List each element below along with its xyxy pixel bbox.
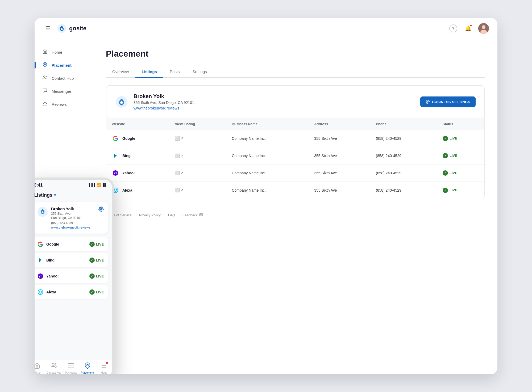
sidebar-item-reviews[interactable]: Reviews xyxy=(35,98,93,111)
mobile-alexa-status: ✓ LIVE xyxy=(89,289,104,295)
mobile-nav-placement-label: Placement xyxy=(81,371,94,374)
mobile-nav-menu-label: Menu xyxy=(101,371,107,374)
sidebar-item-messenger[interactable]: Messenger xyxy=(35,85,93,98)
mobile-home-icon xyxy=(35,363,40,370)
mobile-listing-bing-left: Bing xyxy=(37,257,55,263)
mobile-listing-alexa[interactable]: Alexa ✓ LIVE xyxy=(35,285,108,299)
svg-point-5 xyxy=(44,64,46,65)
mobile-alexa-logo xyxy=(37,289,44,295)
help-icon: ? xyxy=(449,24,457,32)
mobile-nav-placement[interactable]: Placement xyxy=(81,363,94,374)
bing-logo xyxy=(112,152,119,159)
listings-dropdown-icon[interactable]: ▾ xyxy=(54,193,56,197)
col-phone: Phone xyxy=(371,118,437,130)
yahoo-status: ✓ LIVE xyxy=(443,170,457,176)
google-business-name: Company Name Inc. xyxy=(226,130,309,147)
tab-listings[interactable]: Listings xyxy=(135,66,164,78)
yahoo-view-link[interactable]: ⬜↗ xyxy=(175,171,184,175)
mobile-alexa-name: Alexa xyxy=(46,290,56,294)
hamburger-menu-button[interactable]: ☰ xyxy=(43,24,53,33)
google-website-cell: Google xyxy=(112,135,164,142)
google-view-link[interactable]: ⬜↗ xyxy=(175,136,184,141)
mobile-google-name: Google xyxy=(46,242,59,246)
mobile-bing-logo xyxy=(37,257,44,263)
tab-posts[interactable]: Posts xyxy=(163,66,186,78)
svg-point-24 xyxy=(52,363,54,365)
mobile-nav-home[interactable]: Home xyxy=(35,363,44,374)
mobile-google-logo xyxy=(37,241,44,247)
mobile-nav-menu[interactable]: Menu xyxy=(97,363,111,374)
tab-overview[interactable]: Overview xyxy=(106,66,135,78)
mobile-yahoo-name: Yahoo! xyxy=(46,274,59,278)
sidebar-item-home[interactable]: Home xyxy=(35,46,93,59)
col-business-name: Business Name xyxy=(226,118,309,130)
table-row: Google ⬜↗ Company Name Inc. 355 Sixth Av… xyxy=(106,130,484,147)
alexa-live-dot: ✓ xyxy=(443,188,448,193)
mobile-content: Listings ▾ Broken Yolk 355 Sixth Ave, xyxy=(35,189,112,360)
privacy-link[interactable]: Privacy Policy xyxy=(139,213,161,217)
mobile-overlay: 9:41 ▐▐▐ 📶 ▐▌ Listings ▾ xyxy=(35,178,114,374)
notifications-button[interactable]: 🔔 xyxy=(463,24,473,33)
sidebar-item-placement[interactable]: Placement xyxy=(35,59,93,72)
business-website[interactable]: www.thebrokenyolk.reviews xyxy=(134,106,179,110)
col-address: Address xyxy=(309,118,371,130)
bing-business-name: Company Name Inc. xyxy=(226,147,309,164)
svg-point-3 xyxy=(482,25,485,29)
mobile-yahoo-status: ✓ LIVE xyxy=(89,273,104,279)
svg-point-27 xyxy=(87,364,88,366)
mobile-biz-website[interactable]: www.thebrokenyolk.reviews xyxy=(51,226,95,229)
mobile-nav-payments-label: Payments xyxy=(65,371,77,374)
sidebar-item-contact-hub-label: Contact Hub xyxy=(52,76,74,81)
google-label: Google xyxy=(122,136,135,141)
avatar[interactable] xyxy=(478,23,489,34)
tab-settings[interactable]: Settings xyxy=(186,66,213,78)
mobile-gear-button[interactable] xyxy=(98,206,104,213)
settings-btn-label: BUSINESS SETTINGS xyxy=(432,100,470,104)
alexa-address: 355 Sixth Ave xyxy=(309,182,371,199)
reviews-icon xyxy=(42,101,48,107)
feedback-link[interactable]: Feedback xyxy=(182,213,203,217)
help-button[interactable]: ? xyxy=(448,24,458,33)
placement-icon xyxy=(42,62,48,68)
svg-point-23 xyxy=(39,291,41,293)
home-icon xyxy=(42,49,48,55)
mobile-nav-contact-hub[interactable]: Contact Hub xyxy=(47,363,61,374)
mobile-listing-google[interactable]: Google ✓ LIVE xyxy=(35,237,108,251)
mobile-nav-payments[interactable]: Payments xyxy=(64,363,78,374)
mobile-listing-bing[interactable]: Bing ✓ LIVE xyxy=(35,253,108,267)
svg-rect-25 xyxy=(68,364,74,368)
business-settings-button[interactable]: BUSINESS SETTINGS xyxy=(420,96,476,107)
mobile-biz-icon xyxy=(37,206,48,217)
table-row: Alexa ⬜↗ Company Name Inc. 355 Sixth Ave… xyxy=(106,182,484,199)
alexa-website-cell: Alexa xyxy=(112,187,164,194)
alexa-view-link[interactable]: ⬜↗ xyxy=(175,188,184,192)
alexa-label: Alexa xyxy=(122,188,132,192)
page-title: Placement xyxy=(106,49,485,59)
bing-label: Bing xyxy=(122,154,131,158)
svg-rect-10 xyxy=(121,105,122,106)
google-address: 355 Sixth Ave xyxy=(309,130,371,147)
mobile-bing-live-check: ✓ xyxy=(89,258,95,263)
svg-point-18 xyxy=(42,211,44,213)
svg-point-11 xyxy=(427,101,428,102)
svg-point-15 xyxy=(114,189,117,191)
table-row: Bing ⬜↗ Company Name Inc. 355 Sixth Ave … xyxy=(106,147,484,164)
bing-view-link[interactable]: ⬜↗ xyxy=(175,153,184,158)
header-left: ☰ gosite xyxy=(43,24,86,33)
mobile-section-header: Listings ▾ xyxy=(35,192,108,198)
signal-icon: ▐▐▐ xyxy=(88,183,95,187)
col-view-listing: View Listing xyxy=(170,118,227,130)
app-shell: ☰ gosite ? 🔔 xyxy=(35,18,497,374)
battery-icon: ▐▌ xyxy=(102,183,107,187)
mobile-bottom-nav: Home Contact Hub Payments Placement xyxy=(35,360,112,374)
sidebar-item-contact-hub[interactable]: Contact Hub xyxy=(35,72,93,85)
mobile-time: 9:41 xyxy=(35,183,43,188)
yahoo-phone: (858) 240-4529 xyxy=(371,164,437,182)
alexa-business-name: Company Name Inc. xyxy=(226,182,309,199)
svg-point-22 xyxy=(38,290,43,294)
mobile-listing-yahoo[interactable]: Y! Yahoo! ✓ LIVE xyxy=(35,269,108,283)
faq-link[interactable]: FAQ xyxy=(168,213,175,217)
bing-live-dot: ✓ xyxy=(443,153,448,158)
logo-area: gosite xyxy=(57,24,86,33)
mobile-listing-yahoo-left: Y! Yahoo! xyxy=(37,273,59,279)
